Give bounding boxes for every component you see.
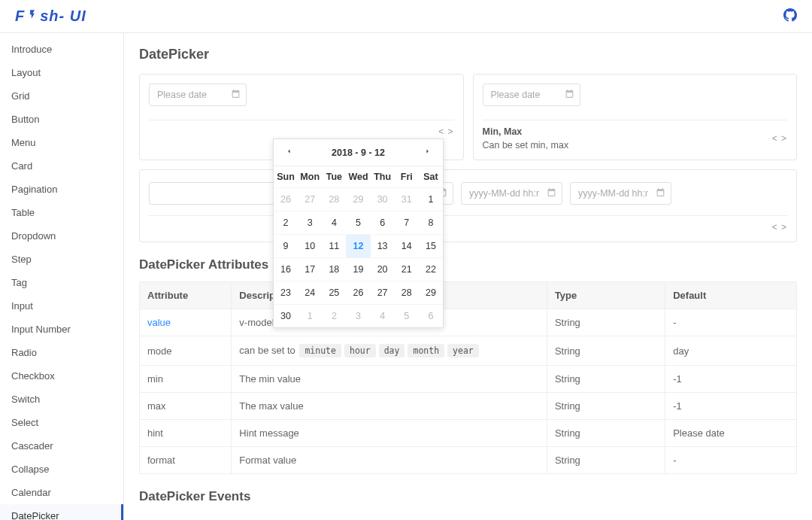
card-footer-info: Min, Max Can be set min, max	[483, 126, 569, 151]
date-input[interactable]	[149, 84, 247, 106]
calendar-day[interactable]: 22	[419, 257, 443, 281]
calendar-day[interactable]: 4	[322, 211, 346, 234]
sidebar-item-pagination[interactable]: Pagination	[0, 178, 123, 201]
calendar-day[interactable]: 7	[395, 211, 419, 234]
sidebar-item-input-number[interactable]: Input Number	[0, 318, 123, 341]
calendar-dow: Thu	[371, 166, 395, 187]
calendar-day[interactable]: 9	[274, 234, 298, 257]
date-input-wrap	[570, 179, 671, 208]
card-footer-desc: Can be set min, max	[483, 140, 569, 151]
attr-cell: min	[140, 366, 232, 393]
calendar-day[interactable]: 28	[395, 281, 419, 304]
calendar-dow: Sun	[274, 166, 298, 187]
calendar-day[interactable]: 15	[419, 234, 443, 257]
calendar-day[interactable]: 31	[395, 187, 419, 211]
calendar-day[interactable]: 13	[371, 234, 395, 257]
calendar-day[interactable]: 29	[419, 281, 443, 304]
date-input[interactable]	[461, 182, 562, 205]
sidebar-item-radio[interactable]: Radio	[0, 341, 123, 364]
sidebar-item-checkbox[interactable]: Checkbox	[0, 364, 123, 388]
calendar-day[interactable]: 10	[298, 234, 322, 257]
logo[interactable]: F sh - UI	[15, 8, 86, 25]
sidebar-item-grid[interactable]: Grid	[0, 84, 123, 108]
calendar-day[interactable]: 14	[395, 234, 419, 257]
calendar-day[interactable]: 5	[395, 304, 419, 327]
calendar-day[interactable]: 6	[371, 211, 395, 234]
calendar-day[interactable]: 6	[419, 304, 443, 327]
calendar-day[interactable]: 11	[322, 234, 346, 257]
sidebar-item-select[interactable]: Select	[0, 411, 123, 434]
sidebar-item-layout[interactable]: Layout	[0, 61, 123, 84]
type-cell: String	[547, 309, 665, 336]
calendar-day[interactable]: 30	[274, 304, 298, 327]
sidebar-item-tag[interactable]: Tag	[0, 271, 123, 294]
calendar-day[interactable]: 28	[322, 187, 346, 211]
date-input[interactable]	[570, 182, 671, 205]
calendar-day[interactable]: 8	[419, 211, 443, 234]
calendar-day[interactable]: 20	[371, 257, 395, 281]
page-title: DatePicker	[139, 47, 797, 62]
type-cell: String	[547, 336, 665, 366]
code-tag: month	[408, 344, 444, 357]
desc-cell: Hint message	[232, 420, 547, 447]
calendar-dow: Tue	[322, 166, 346, 187]
calendar-day[interactable]: 3	[298, 211, 322, 234]
calendar-day[interactable]: 21	[395, 257, 419, 281]
section-title-attrs: DatePicker Attributes	[139, 257, 797, 272]
table-row: hintHint messageStringPlease date	[140, 420, 797, 447]
sidebar-item-menu[interactable]: Menu	[0, 131, 123, 154]
sidebar-item-input[interactable]: Input	[0, 294, 123, 318]
calendar-prev-button[interactable]	[280, 147, 298, 158]
toggle-code-button[interactable]: < >	[772, 222, 787, 233]
sidebar-item-button[interactable]: Button	[0, 108, 123, 131]
date-input[interactable]	[483, 84, 580, 106]
sidebar-item-dropdown[interactable]: Dropdown	[0, 224, 123, 248]
calendar-day[interactable]: 3	[346, 304, 370, 327]
calendar-day[interactable]: 19	[346, 257, 370, 281]
calendar-next-button[interactable]	[418, 147, 437, 158]
calendar-day[interactable]: 26	[274, 187, 298, 211]
toggle-code-button[interactable]: < >	[772, 133, 787, 144]
table-row: maxThe max valueString-1	[140, 393, 797, 420]
calendar-day[interactable]: 27	[371, 281, 395, 304]
date-input-wrap	[149, 84, 247, 106]
calendar-day[interactable]: 1	[419, 187, 443, 211]
calendar-day[interactable]: 12	[346, 234, 370, 257]
sidebar-item-step[interactable]: Step	[0, 248, 123, 271]
calendar-day[interactable]: 29	[346, 187, 370, 211]
sidebar: IntroduceLayoutGridButtonMenuCardPaginat…	[0, 33, 124, 520]
sidebar-item-collapse[interactable]: Collapse	[0, 458, 123, 481]
calendar-day[interactable]: 1	[298, 304, 322, 327]
calendar-day[interactable]: 2	[322, 304, 346, 327]
calendar-day[interactable]: 30	[371, 187, 395, 211]
calendar-day[interactable]: 17	[298, 257, 322, 281]
sidebar-item-cascader[interactable]: Cascader	[0, 434, 123, 458]
calendar-day[interactable]: 25	[322, 281, 346, 304]
calendar-title[interactable]: 2018 - 9 - 12	[332, 147, 385, 158]
sidebar-item-table[interactable]: Table	[0, 201, 123, 224]
calendar-day[interactable]: 27	[298, 187, 322, 211]
calendar-day[interactable]: 5	[346, 211, 370, 234]
date-input-wrap	[483, 84, 580, 106]
calendar-popup: 2018 - 9 - 12 SunMonTueWedThuFriSat 2627…	[273, 138, 444, 328]
calendar-day[interactable]: 4	[371, 304, 395, 327]
calendar-day[interactable]: 2	[274, 211, 298, 234]
attr-cell: value	[140, 309, 232, 336]
calendar-day[interactable]: 26	[346, 281, 370, 304]
github-link[interactable]	[783, 8, 797, 24]
sidebar-item-calendar[interactable]: Calendar	[0, 481, 123, 504]
attr-cell: format	[140, 447, 232, 474]
sidebar-item-datepicker[interactable]: DatePicker	[0, 504, 123, 520]
sidebar-item-switch[interactable]: Switch	[0, 388, 123, 411]
code-tag: minute	[299, 344, 341, 357]
calendar-day[interactable]: 24	[298, 281, 322, 304]
date-input-wrap	[461, 179, 562, 208]
toggle-code-button[interactable]: < >	[438, 126, 453, 137]
calendar-dow: Wed	[346, 166, 370, 187]
sidebar-item-card[interactable]: Card	[0, 154, 123, 178]
calendar-day[interactable]: 23	[274, 281, 298, 304]
calendar-day[interactable]: 18	[322, 257, 346, 281]
sidebar-item-introduce[interactable]: Introduce	[0, 38, 123, 61]
type-cell: String	[547, 393, 665, 420]
calendar-day[interactable]: 16	[274, 257, 298, 281]
